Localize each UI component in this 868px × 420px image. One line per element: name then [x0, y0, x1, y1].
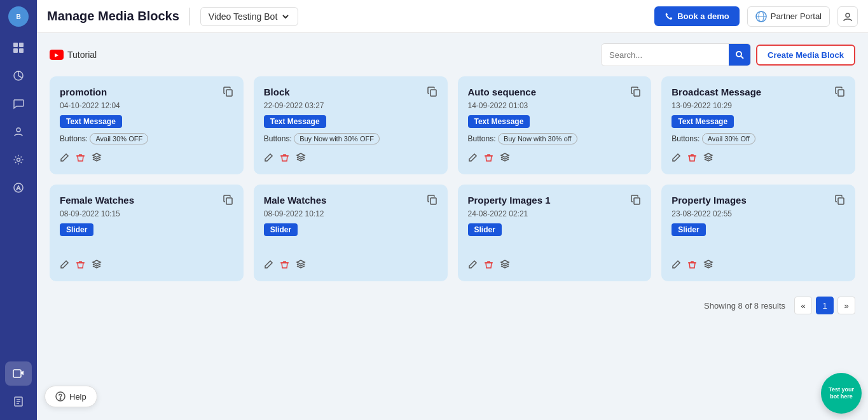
- sidebar-item-settings[interactable]: [5, 148, 32, 172]
- card-item: Broadcast Message 13-09-2022 10:29 Text …: [661, 76, 855, 174]
- test-bot-bubble[interactable]: Test yourbot here: [821, 373, 862, 414]
- card-tag: Slider: [672, 223, 705, 236]
- sidebar-logo[interactable]: B: [8, 6, 29, 27]
- card-tag: Slider: [468, 223, 502, 236]
- layers-icon[interactable]: [296, 152, 306, 164]
- layers-icon[interactable]: [703, 152, 713, 164]
- sidebar-item-video[interactable]: [5, 361, 32, 386]
- edit-icon[interactable]: [672, 260, 681, 271]
- layers-icon[interactable]: [92, 152, 102, 164]
- delete-icon[interactable]: [280, 153, 289, 164]
- tutorial-label: Tutorial: [67, 50, 97, 60]
- bot-selector[interactable]: Video Testing Bot: [200, 7, 298, 26]
- card-item: promotion 04-10-2022 12:04 Text Message …: [50, 76, 244, 174]
- button-pill: Avail 30% Off: [702, 133, 755, 144]
- edit-icon[interactable]: [672, 153, 681, 164]
- card-date: 13-09-2022 10:29: [672, 101, 845, 110]
- svg-point-8: [17, 158, 20, 162]
- create-media-block-button[interactable]: Create Media Block: [756, 45, 855, 66]
- svg-rect-22: [634, 90, 640, 96]
- copy-icon[interactable]: [631, 195, 641, 207]
- sidebar-item-dashboard[interactable]: [5, 36, 32, 60]
- delete-icon[interactable]: [280, 260, 289, 271]
- book-demo-button[interactable]: Book a demo: [654, 6, 740, 26]
- phone-icon: [665, 12, 673, 21]
- sidebar-item-audience[interactable]: [5, 120, 32, 144]
- card-header: Auto sequence: [468, 87, 642, 99]
- card-tag: Slider: [264, 223, 298, 236]
- edit-icon[interactable]: [468, 153, 478, 164]
- edit-icon[interactable]: [264, 153, 273, 164]
- layers-icon[interactable]: [92, 259, 102, 271]
- card-buttons-row: Buttons: Buy Now with 30% OFF: [264, 133, 437, 144]
- copy-icon[interactable]: [223, 87, 233, 99]
- last-page-button[interactable]: »: [837, 297, 855, 314]
- create-button-label: Create Media Block: [768, 50, 844, 60]
- delete-icon[interactable]: [76, 153, 85, 164]
- layers-icon[interactable]: [500, 152, 510, 164]
- card-date: 23-08-2022 02:55: [672, 209, 845, 218]
- card-header: Property Images: [672, 195, 845, 207]
- svg-rect-9: [13, 370, 21, 377]
- svg-rect-21: [431, 90, 436, 96]
- button-pill: Buy Now with 30% OFF: [294, 133, 380, 144]
- edit-icon[interactable]: [60, 260, 69, 271]
- card-item: Property Images 1 24-08-2022 02:21 Slide…: [458, 185, 652, 281]
- current-page-button[interactable]: 1: [816, 297, 834, 314]
- delete-icon[interactable]: [76, 260, 85, 271]
- toolbar-right: Create Media Block: [601, 43, 855, 66]
- user-icon-button[interactable]: [837, 6, 858, 27]
- sidebar-item-analytics[interactable]: [5, 64, 32, 88]
- delete-icon[interactable]: [687, 153, 697, 164]
- search-button[interactable]: [729, 44, 750, 66]
- page-title: Manage Media Blocks: [47, 9, 179, 24]
- sidebar-item-docs[interactable]: [5, 389, 32, 414]
- button-pill: Buy Now with 30% off: [498, 133, 577, 144]
- svg-point-17: [846, 13, 850, 17]
- card-date: 14-09-2022 01:03: [468, 101, 642, 110]
- sidebar-item-conversations[interactable]: [5, 92, 32, 116]
- copy-icon[interactable]: [631, 87, 641, 99]
- card-tag: Text Message: [672, 115, 734, 128]
- sidebar-item-launch[interactable]: [5, 176, 32, 200]
- copy-icon[interactable]: [835, 87, 845, 99]
- delete-icon[interactable]: [484, 153, 493, 164]
- svg-rect-4: [13, 48, 18, 53]
- test-bot-label: Test yourbot here: [829, 386, 854, 400]
- svg-rect-20: [226, 90, 232, 96]
- button-pill: Avail 30% OFF: [90, 133, 148, 144]
- card-title: Block: [264, 87, 290, 97]
- card-buttons-row: Buttons: Buy Now with 30% off: [468, 133, 642, 144]
- copy-icon[interactable]: [835, 195, 845, 207]
- help-button[interactable]: Help: [45, 386, 97, 407]
- svg-rect-26: [634, 198, 640, 204]
- svg-rect-5: [19, 48, 24, 53]
- copy-icon[interactable]: [427, 87, 437, 99]
- svg-point-7: [17, 128, 20, 132]
- bot-name-label: Video Testing Bot: [209, 11, 277, 22]
- partner-portal-button[interactable]: Partner Portal: [747, 6, 830, 27]
- chevron-down-icon: [281, 12, 290, 21]
- delete-icon[interactable]: [687, 260, 697, 271]
- edit-icon[interactable]: [468, 260, 478, 271]
- tutorial-link[interactable]: ▶ Tutorial: [50, 50, 97, 60]
- layers-icon[interactable]: [296, 259, 306, 271]
- pagination-row: Showing 8 of 8 results « 1 »: [50, 291, 855, 319]
- edit-icon[interactable]: [60, 153, 69, 164]
- help-label: Help: [69, 392, 86, 402]
- svg-line-19: [741, 57, 744, 59]
- card-tag: Text Message: [264, 115, 326, 128]
- layers-icon[interactable]: [500, 259, 510, 271]
- delete-icon[interactable]: [484, 260, 493, 271]
- svg-rect-23: [838, 90, 844, 96]
- search-input[interactable]: [602, 46, 729, 64]
- card-title: promotion: [60, 87, 107, 97]
- edit-icon[interactable]: [264, 260, 273, 271]
- card-actions: [672, 259, 845, 271]
- copy-icon[interactable]: [223, 195, 233, 207]
- layers-icon[interactable]: [703, 259, 713, 271]
- first-page-button[interactable]: «: [794, 297, 812, 314]
- main-content: Manage Media Blocks Video Testing Bot Bo…: [37, 0, 868, 420]
- svg-rect-3: [19, 43, 24, 47]
- copy-icon[interactable]: [427, 195, 437, 207]
